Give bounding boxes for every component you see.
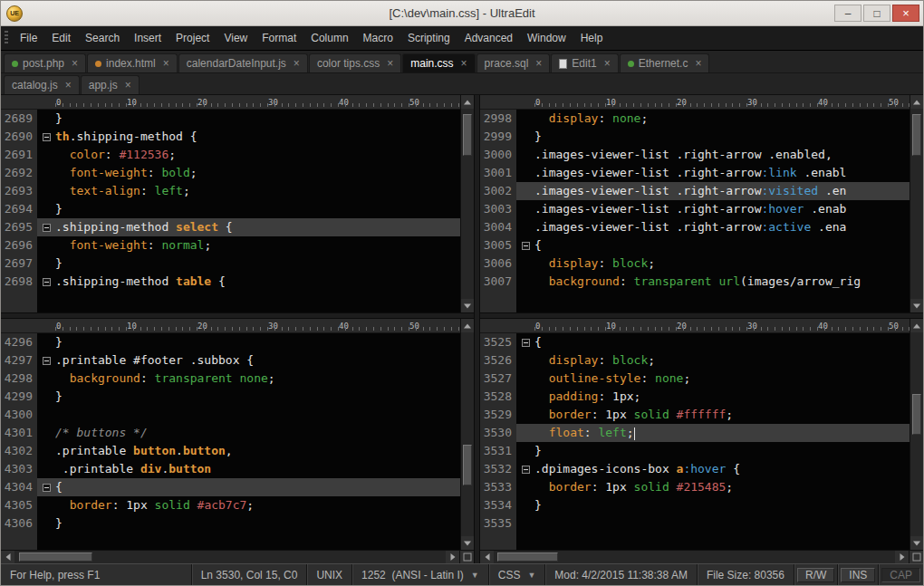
code-text[interactable]: float: left; [534,424,910,442]
scroll-thumb[interactable] [19,552,92,562]
line-number[interactable]: 2697 [1,255,37,273]
line-number[interactable]: 2998 [480,110,516,128]
window-split-icon[interactable] [459,551,474,563]
code-line-4303[interactable]: 4303 .printable div.button [1,460,460,478]
code-line-2692[interactable]: 2692 font-weight: bold; [1,164,460,182]
line-number[interactable]: 2689 [1,110,37,128]
code-text[interactable]: display: none; [534,110,910,128]
tab-catalog.js[interactable]: catalog.js× [4,75,80,94]
code-line-4305[interactable]: 4305 border: 1px solid #acb7c7; [1,496,460,514]
insert-mode-toggle[interactable]: INS [837,564,878,585]
encoding-selector[interactable]: 1252 (ANSI - Latin I)▼ [351,564,488,585]
fold-marker-icon[interactable] [522,339,530,347]
tab-main.css[interactable]: main.css× [402,53,475,72]
tab-close-icon[interactable]: × [163,58,169,69]
tab-close-icon[interactable]: × [387,58,393,69]
fold-marker-icon[interactable] [43,484,51,492]
menu-search[interactable]: Search [78,28,127,48]
code-area[interactable]: 01020304050 2689}2690th.shipping-method … [1,95,460,312]
minimize-button[interactable]: – [834,5,861,22]
vertical-scrollbar[interactable] [910,95,923,312]
code-text[interactable]: { [55,478,460,496]
code-line-4299[interactable]: 4299} [1,388,460,406]
code-line-3006[interactable]: 3006 display: block; [480,255,910,273]
menu-help[interactable]: Help [573,28,611,48]
code-text[interactable]: { [534,333,910,351]
code-text[interactable]: th.shipping-method { [55,128,460,146]
tab-post.php[interactable]: post.php× [4,53,86,72]
code-text[interactable]: .printable button.button, [55,442,460,460]
close-button[interactable]: × [892,5,919,22]
code-text[interactable]: /* buttons */ [55,424,460,442]
menu-insert[interactable]: Insert [127,28,168,48]
scroll-down-icon[interactable] [910,536,923,550]
line-number[interactable]: 4297 [1,351,37,370]
code-line-4304[interactable]: 4304{ [1,478,460,496]
code-line-4296[interactable]: 4296} [1,333,460,351]
scroll-thumb[interactable] [497,552,557,562]
code-line-2691[interactable]: 2691 color: #112536; [1,146,460,164]
menu-column[interactable]: Column [303,28,355,48]
menu-view[interactable]: View [217,28,255,48]
line-number[interactable]: 2999 [480,128,516,146]
tab-calendardateinput.js[interactable]: calendarDateInput.js× [178,53,308,72]
fold-marker-icon[interactable] [43,278,51,286]
line-number[interactable]: 3526 [480,351,516,370]
code-text[interactable]: border: 1px solid #215485; [534,478,910,496]
code-line-2689[interactable]: 2689} [1,110,460,128]
code-text[interactable]: text-align: left; [55,182,460,200]
tab-close-icon[interactable]: × [535,58,542,69]
line-number[interactable]: 3530 [480,424,516,442]
line-number[interactable]: 3527 [480,370,516,388]
syntax-selector[interactable]: CSS▼ [488,564,545,585]
line-number[interactable]: 3533 [480,478,516,496]
tab-close-icon[interactable]: × [294,58,300,69]
tab-prace.sql[interactable]: prace.sql× [476,53,551,72]
tab-close-icon[interactable]: × [125,80,131,91]
maximize-button[interactable]: □ [863,5,890,22]
scroll-left-icon[interactable] [1,551,14,563]
line-number[interactable]: 3003 [480,200,516,218]
code-text[interactable]: .shipping-method select { [55,218,460,236]
code-text[interactable]: color: #112536; [55,146,460,164]
horizontal-splitter[interactable] [480,312,923,319]
line-number[interactable]: 4306 [1,514,37,533]
scroll-up-icon[interactable] [910,319,923,332]
code-text[interactable]: background: transparent url(images/arrow… [534,273,910,291]
code-text[interactable] [534,514,910,533]
code-line-4300[interactable]: 4300 [1,406,460,424]
read-write-toggle[interactable]: R/W [794,564,837,585]
vertical-scrollbar[interactable] [460,95,474,312]
line-number[interactable]: 4305 [1,496,37,514]
line-number[interactable]: 2692 [1,164,37,182]
code-line-2690[interactable]: 2690th.shipping-method { [1,128,460,146]
scroll-right-icon[interactable] [895,551,909,563]
code-line-2998[interactable]: 2998 display: none; [480,110,910,128]
caps-lock-indicator[interactable]: CAP [878,564,923,585]
scroll-right-icon[interactable] [446,551,459,563]
menu-window[interactable]: Window [520,28,573,48]
window-split-icon[interactable] [909,551,923,563]
scroll-down-icon[interactable] [461,299,474,312]
vertical-scrollbar[interactable] [910,319,923,550]
code-line-2695[interactable]: 2695.shipping-method select { [1,218,460,236]
code-line-3535[interactable]: 3535 [480,514,910,533]
code-text[interactable]: padding: 1px; [534,388,910,406]
fold-marker-icon[interactable] [43,133,51,141]
line-number[interactable]: 3529 [480,406,516,424]
line-number[interactable]: 3535 [480,514,516,533]
scroll-up-icon[interactable] [461,95,474,109]
menu-edit[interactable]: Edit [44,28,78,48]
tab-close-icon[interactable]: × [72,58,78,69]
scroll-up-icon[interactable] [910,95,923,109]
line-ending[interactable]: UNIX [306,564,351,585]
code-line-4301[interactable]: 4301/* buttons */ [1,424,460,442]
code-line-3005[interactable]: 3005{ [480,236,910,255]
code-line-2698[interactable]: 2698.shipping-method table { [1,273,460,291]
scroll-thumb[interactable] [463,445,472,485]
code-line-2999[interactable]: 2999} [480,128,910,146]
line-number[interactable]: 2693 [1,182,37,200]
line-number[interactable]: 2698 [1,273,37,291]
line-number[interactable]: 4301 [1,424,37,442]
horizontal-scrollbar[interactable] [1,550,474,563]
